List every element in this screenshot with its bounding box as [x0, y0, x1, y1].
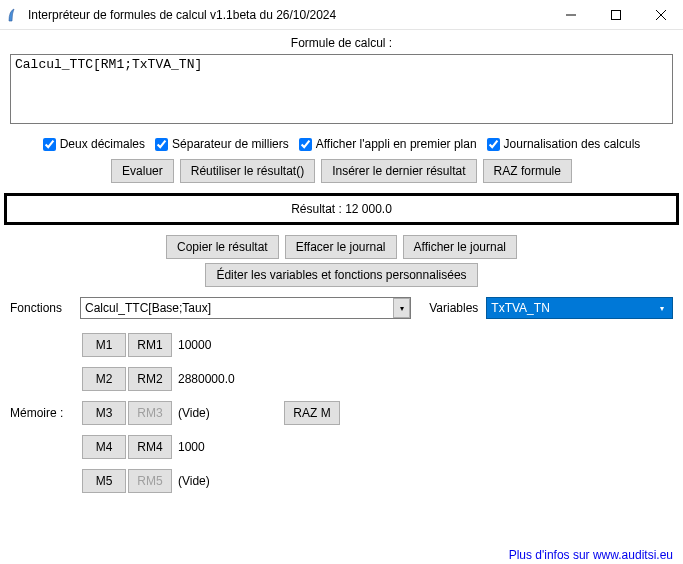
fonctions-combobox[interactable]: Calcul_TTC[Base;Taux] ▾ [80, 297, 411, 319]
checkbox-label: Séparateur de milliers [172, 137, 289, 151]
formula-input[interactable]: Calcul_TTC[RM1;TxTVA_TN] [10, 54, 673, 124]
memory-value-m5: (Vide) [174, 474, 264, 488]
variables-label: Variables [429, 301, 478, 315]
window-title: Interpréteur de formules de calcul v1.1b… [28, 8, 548, 22]
memory-recall-button-rm4[interactable]: RM4 [128, 435, 172, 459]
raz-formule-button[interactable]: RAZ formule [483, 159, 572, 183]
checkbox-plan-input[interactable] [299, 138, 312, 151]
fonctions-label: Fonctions [10, 301, 72, 315]
evaluer-button[interactable]: Evaluer [111, 159, 174, 183]
checkbox-journalisation[interactable]: Journalisation des calculs [487, 137, 641, 151]
result-prefix: Résultat : [291, 202, 345, 216]
checkbox-separateur-milliers[interactable]: Séparateur de milliers [155, 137, 289, 151]
memory-recall-button-rm2[interactable]: RM2 [128, 367, 172, 391]
raz-memoire-button[interactable]: RAZ M [284, 401, 340, 425]
reutiliser-button[interactable]: Réutiliser le résultat() [180, 159, 315, 183]
editer-variables-button[interactable]: Éditer les variables et fonctions person… [205, 263, 477, 287]
memory-store-button-m1[interactable]: M1 [82, 333, 126, 357]
checkbox-journal-input[interactable] [487, 138, 500, 151]
chevron-down-icon: ▾ [653, 299, 670, 317]
minimize-button[interactable] [548, 0, 593, 30]
memory-recall-button-rm5: RM5 [128, 469, 172, 493]
app-icon [6, 7, 22, 23]
checkbox-label: Afficher l'appli en premier plan [316, 137, 477, 151]
inserer-button[interactable]: Insérer le dernier résultat [321, 159, 476, 183]
memory-value-m2: 2880000.0 [174, 372, 264, 386]
footer-link[interactable]: Plus d'infos sur www.auditsi.eu [509, 548, 673, 562]
afficher-journal-button[interactable]: Afficher le journal [403, 235, 518, 259]
memoire-label: Mémoire : [10, 406, 82, 420]
checkbox-premier-plan[interactable]: Afficher l'appli en premier plan [299, 137, 477, 151]
fonctions-value: Calcul_TTC[Base;Taux] [85, 301, 211, 315]
memory-store-button-m3[interactable]: M3 [82, 401, 126, 425]
memory-recall-button-rm3: RM3 [128, 401, 172, 425]
checkbox-deux-decimales[interactable]: Deux décimales [43, 137, 145, 151]
svg-rect-1 [611, 10, 620, 19]
checkbox-deux-decimales-input[interactable] [43, 138, 56, 151]
checkbox-separateur-input[interactable] [155, 138, 168, 151]
effacer-journal-button[interactable]: Effacer le journal [285, 235, 397, 259]
memory-grid: M1RM110000M2RM22880000.0Mémoire :M3RM3(V… [10, 333, 673, 493]
copier-resultat-button[interactable]: Copier le résultat [166, 235, 279, 259]
options-row: Deux décimales Séparateur de milliers Af… [10, 137, 673, 151]
chevron-down-icon: ▾ [393, 298, 410, 318]
result-display: Résultat : 12 000.0 [4, 193, 679, 225]
variables-value: TxTVA_TN [491, 301, 549, 315]
memory-store-button-m5[interactable]: M5 [82, 469, 126, 493]
memory-value-m4: 1000 [174, 440, 264, 454]
result-value: 12 000.0 [345, 202, 392, 216]
memory-value-m3: (Vide) [174, 406, 264, 420]
maximize-button[interactable] [593, 0, 638, 30]
memory-store-button-m2[interactable]: M2 [82, 367, 126, 391]
memory-recall-button-rm1[interactable]: RM1 [128, 333, 172, 357]
variables-combobox[interactable]: TxTVA_TN ▾ [486, 297, 673, 319]
close-button[interactable] [638, 0, 683, 30]
memory-store-button-m4[interactable]: M4 [82, 435, 126, 459]
memory-value-m1: 10000 [174, 338, 264, 352]
memory-row-extra: RAZ M [264, 401, 673, 425]
checkbox-label: Journalisation des calculs [504, 137, 641, 151]
checkbox-label: Deux décimales [60, 137, 145, 151]
formula-label: Formule de calcul : [10, 36, 673, 50]
titlebar: Interpréteur de formules de calcul v1.1b… [0, 0, 683, 30]
